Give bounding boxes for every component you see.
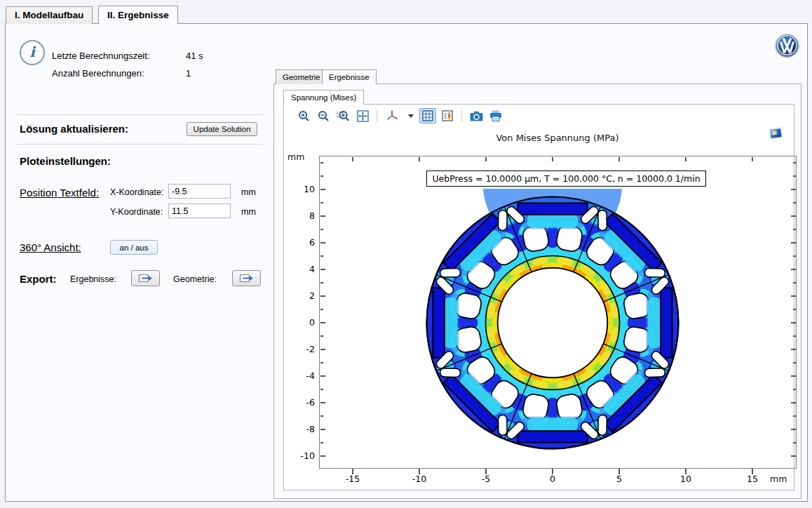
update-solution-button[interactable]: Update Solution (187, 122, 257, 136)
tab-modellaufbau[interactable]: I. Modellaufbau (6, 6, 93, 24)
y-tick-label: -8 (284, 424, 315, 434)
x-tick-label: -10 (402, 474, 437, 484)
view-orientation-dropdown[interactable] (405, 108, 417, 123)
export-icon (138, 273, 153, 283)
tab-ergebnisse[interactable]: II. Ergebnisse (98, 6, 178, 25)
zoom-box-button[interactable] (334, 108, 351, 123)
y-minor-tick (320, 175, 323, 176)
y-major-tick (320, 295, 325, 297)
plot-group-badge-icon[interactable] (768, 126, 785, 142)
plot-settings-heading: Ploteinstellungen: (20, 155, 111, 167)
x-coordinate-field[interactable] (168, 184, 231, 199)
chevron-down-icon (408, 114, 414, 118)
y-major-tick (320, 375, 325, 377)
y-major-tick (320, 189, 325, 190)
y-major-tick-right (791, 269, 796, 270)
view-orientation-button[interactable] (383, 108, 402, 123)
x-tick-label: -15 (335, 474, 370, 484)
export-geometry-label: Geometrie: (173, 274, 217, 284)
rotor-svg (419, 189, 686, 457)
export-geometry-button[interactable] (232, 270, 261, 286)
export-heading: Export: (20, 273, 57, 285)
color-legend-toggle-button[interactable] (439, 108, 456, 123)
y-minor-tick-right (793, 282, 796, 283)
print-button[interactable] (487, 108, 504, 123)
y-major-tick-right (791, 429, 796, 430)
y-tick-label: -10 (284, 450, 315, 461)
last-computation-label: Letzte Berechnungszeit: (52, 51, 149, 61)
grid-icon (422, 110, 433, 121)
y-minor-tick (320, 282, 323, 283)
y-coordinate-field[interactable] (168, 203, 231, 218)
textfield-position-label: Position Textfeld: (20, 187, 99, 199)
y-tick-label: -6 (284, 397, 315, 408)
y-minor-tick (320, 389, 323, 389)
x-major-tick-top (752, 157, 753, 161)
y-major-tick (320, 269, 325, 270)
y-major-tick (320, 402, 325, 403)
x-tick-label: 15 (735, 474, 770, 484)
vw-logo (774, 32, 800, 58)
y-major-tick (320, 215, 325, 217)
x-major-tick-top (485, 157, 487, 161)
divider (17, 144, 262, 145)
zoom-extents-button[interactable] (354, 108, 371, 123)
x-unit-label: mm (241, 187, 256, 197)
y-unit-label: mm (241, 207, 256, 217)
y-tick-label: 8 (284, 210, 315, 221)
y-tick-label: 4 (284, 264, 315, 274)
y-major-tick-right (791, 455, 796, 457)
y-minor-tick-right (793, 202, 796, 203)
y-tick-label: -2 (284, 344, 315, 354)
y-minor-tick (320, 162, 323, 163)
stress-plot-rotor[interactable] (419, 189, 686, 457)
toolbar-separator (377, 109, 377, 122)
computation-count-label: Anzahl Berechnungen: (52, 68, 144, 79)
tab-ergebnisse-plot[interactable]: Ergebnisse (322, 69, 377, 84)
y-tick-label: 6 (284, 237, 315, 248)
y-major-tick (320, 349, 325, 350)
tab-spannung-mises[interactable]: Spannung (Mises) (283, 90, 364, 105)
y-major-tick-right (791, 215, 796, 217)
x-major-tick-top (618, 157, 620, 161)
x-major-tick-top (685, 157, 686, 161)
y-tick-label: 10 (284, 184, 315, 194)
y-major-tick (320, 429, 325, 430)
y-minor-tick (320, 415, 323, 416)
y-minor-tick (320, 202, 323, 203)
zoom-out-button[interactable] (315, 108, 332, 123)
last-computation-value: 41 s (186, 51, 203, 61)
plot-toolbar (284, 105, 793, 126)
view-360-toggle-button[interactable]: an / aus (110, 240, 158, 255)
y-minor-tick-right (793, 229, 796, 229)
y-axis-unit: mm (287, 152, 304, 162)
export-results-button[interactable] (131, 270, 160, 286)
export-icon (239, 273, 254, 283)
y-major-tick-right (791, 402, 796, 403)
y-minor-tick-right (793, 415, 796, 416)
tab-ergebnisse-label: II. Ergebnisse (107, 10, 169, 20)
zoom-extents-icon (357, 110, 369, 122)
grid-toggle-button[interactable] (419, 108, 436, 123)
camera-icon (470, 111, 483, 121)
app-window: I. Modellaufbau II. Ergebnisse i Letzte … (0, 0, 812, 508)
x-tick-label: 10 (668, 474, 703, 484)
tab-geometrie[interactable]: Geometrie (276, 69, 327, 84)
color-legend-icon (442, 110, 453, 121)
zoom-in-button[interactable] (295, 108, 312, 123)
zoom-box-icon (337, 110, 349, 122)
y-tick-label: 2 (284, 290, 315, 301)
zoom-in-icon (298, 110, 310, 122)
zoom-out-icon (318, 110, 330, 122)
x-axis-unit: mm (770, 474, 787, 484)
y-minor-tick (320, 309, 323, 309)
y-minor-tick-right (793, 389, 796, 389)
y-major-tick-right (791, 322, 796, 323)
view-360-label: 360° Ansicht: (20, 241, 81, 253)
y-major-tick (320, 242, 325, 243)
y-tick-label: -4 (284, 370, 315, 381)
snapshot-button[interactable] (468, 108, 485, 123)
y-minor-tick-right (793, 162, 796, 163)
y-major-tick-right (791, 242, 796, 243)
x-major-tick-top (552, 157, 553, 161)
